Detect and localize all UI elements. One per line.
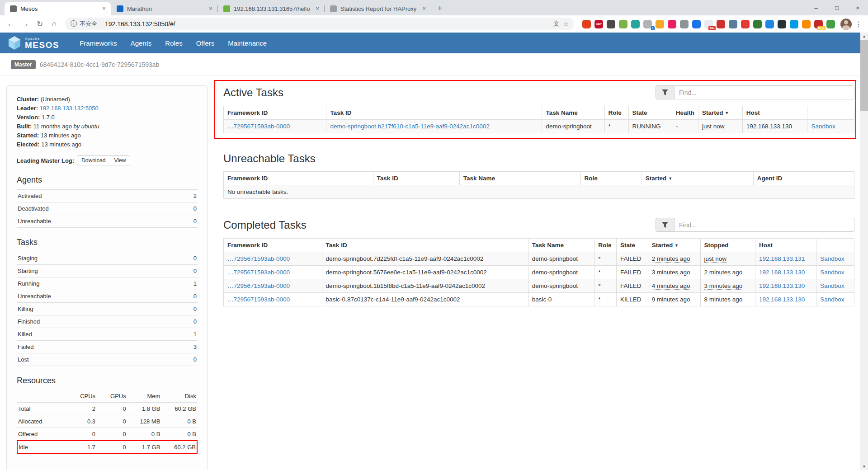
col-state[interactable]: State [628, 106, 672, 120]
tab-hello-app[interactable]: 192.168.133.131:31657/hello × [218, 2, 325, 15]
col-task-name[interactable]: Task Name [542, 106, 604, 120]
extension-icon-19[interactable] [802, 20, 811, 28]
extension-icon-1[interactable] [582, 20, 591, 28]
col-framework-id[interactable]: Framework ID [224, 172, 373, 185]
col-started[interactable]: Started ▼ [642, 172, 753, 185]
col-role[interactable]: Role [580, 172, 642, 185]
extension-icon-7[interactable] [656, 20, 664, 28]
nav-item-agents[interactable]: Agents [124, 33, 159, 53]
host-link[interactable]: 192.168.133.130 [759, 296, 805, 303]
extension-icon-15[interactable] [753, 20, 762, 28]
extension-icon-18[interactable] [790, 20, 798, 28]
col-role[interactable]: Role [594, 239, 617, 252]
task-link[interactable]: demo-springboot.b217f610-c1a5-11e9-aaf9-… [330, 123, 490, 130]
sandbox-link[interactable]: Sandbox [820, 296, 844, 303]
col-role[interactable]: Role [604, 106, 628, 120]
extension-icon-8[interactable] [668, 20, 676, 28]
url-text[interactable]: 192.168.133.132:5050/#/ [105, 20, 549, 28]
find-input[interactable] [675, 218, 854, 232]
sandbox-link[interactable]: Sandbox [820, 255, 844, 262]
col-stopped[interactable]: Stopped [700, 239, 755, 252]
forward-icon[interactable]: → [19, 18, 32, 30]
log-download-button[interactable]: Download [77, 155, 110, 165]
sandbox-link[interactable]: Sandbox [820, 282, 844, 289]
extension-icon-10[interactable] [692, 20, 701, 28]
address-bar[interactable]: ⓘ 不安全 192.168.133.132:5050/#/ 文 ☆ [65, 18, 574, 30]
leader-link[interactable]: 192.168.133.132:5050 [40, 105, 99, 112]
vertical-scrollbar[interactable]: ▲ ▼ [860, 33, 868, 470]
scrollbar-thumb[interactable] [860, 40, 868, 111]
framework-link[interactable]: …7295671593ab-0000 [227, 255, 290, 262]
framework-link[interactable]: …7295671593ab-0000 [227, 123, 290, 130]
col-host[interactable]: Host [742, 106, 807, 120]
tab-marathon[interactable]: Marathon × [111, 2, 218, 15]
framework-link[interactable]: …7295671593ab-0000 [227, 296, 290, 303]
col-started[interactable]: Started ▼ [648, 239, 700, 252]
minimize-button[interactable]: – [806, 0, 826, 15]
nav-item-frameworks[interactable]: Frameworks [73, 33, 124, 53]
col-task-id[interactable]: Task ID [373, 172, 459, 185]
nav-item-maintenance[interactable]: Maintenance [221, 33, 274, 53]
host-link[interactable]: 192.168.133.130 [759, 269, 805, 276]
filter-button[interactable] [656, 218, 675, 232]
extension-icon-16[interactable] [765, 20, 774, 28]
col-framework-id[interactable]: Framework ID [224, 106, 326, 120]
sandbox-link[interactable]: Sandbox [811, 123, 835, 130]
translate-icon[interactable]: 文 [553, 20, 559, 28]
col-health[interactable]: Health [672, 106, 698, 120]
extension-icon-17[interactable] [778, 20, 786, 28]
framework-link[interactable]: …7295671593ab-0000 [227, 269, 290, 276]
extension-icon-9[interactable] [680, 20, 689, 28]
log-view-button[interactable]: View [110, 155, 131, 165]
host-link[interactable]: 192.168.133.131 [759, 255, 805, 262]
task-started: 4 minutes ago [652, 282, 690, 290]
reload-icon[interactable]: ↻ [33, 18, 46, 30]
find-input[interactable] [675, 85, 854, 99]
col-agent-id[interactable]: Agent ID [753, 172, 854, 185]
tab-mesos[interactable]: Mesos × [5, 2, 111, 15]
nav-item-roles[interactable]: Roles [158, 33, 189, 53]
maximize-button[interactable]: □ [826, 0, 847, 15]
extension-icon-5[interactable] [631, 20, 640, 28]
col-started[interactable]: Started ▼ [698, 106, 743, 120]
extension-icon-21[interactable] [826, 20, 835, 28]
extension-abp-icon[interactable]: ABP [594, 20, 603, 28]
col-state[interactable]: State [617, 239, 648, 252]
extension-icon-12[interactable] [717, 20, 725, 28]
extension-icon-14[interactable] [741, 20, 750, 28]
profile-avatar[interactable] [840, 19, 852, 30]
tab-close-icon[interactable]: × [314, 5, 321, 12]
back-icon[interactable]: ← [5, 18, 17, 30]
close-button[interactable]: × [847, 0, 868, 15]
scroll-up-icon[interactable]: ▲ [860, 33, 868, 40]
tab-haproxy-stats[interactable]: Statistics Report for HAProxy × [325, 2, 431, 15]
host-link[interactable]: 192.168.133.130 [759, 282, 805, 289]
table-row: Unreachable0 [17, 215, 198, 228]
tab-close-icon[interactable]: × [420, 5, 428, 12]
col-task-id[interactable]: Task ID [326, 106, 542, 120]
site-security-indicator[interactable]: ⓘ 不安全 [71, 20, 97, 28]
col-task-name[interactable]: Task Name [459, 172, 580, 185]
browser-menu-icon[interactable]: ⋮ [854, 20, 863, 28]
tab-close-icon[interactable]: × [207, 5, 214, 12]
mesos-brand[interactable]: Apache MESOS [8, 36, 59, 50]
col-task-name[interactable]: Task Name [528, 239, 594, 252]
col-framework-id[interactable]: Framework ID [224, 239, 322, 252]
home-icon[interactable]: ⌂ [48, 18, 61, 30]
bookmark-star-icon[interactable]: ☆ [563, 20, 569, 28]
extension-icon-6[interactable]: 1 [643, 20, 652, 28]
tab-close-icon[interactable]: × [100, 5, 108, 12]
col-host[interactable]: Host [755, 239, 816, 252]
extension-icon-13[interactable] [729, 20, 737, 28]
extension-icon-11[interactable]: 99+ [704, 20, 713, 28]
col-task-id[interactable]: Task ID [322, 239, 528, 252]
filter-button[interactable] [656, 85, 675, 99]
extension-icon-20[interactable]: New [814, 20, 823, 28]
scroll-down-icon[interactable]: ▼ [860, 463, 868, 470]
framework-link[interactable]: …7295671593ab-0000 [227, 282, 290, 289]
sandbox-link[interactable]: Sandbox [820, 269, 844, 276]
extension-icon-3[interactable] [607, 20, 615, 28]
nav-item-offers[interactable]: Offers [189, 33, 222, 53]
new-tab-button[interactable]: + [434, 2, 446, 14]
extension-icon-4[interactable] [619, 20, 627, 28]
